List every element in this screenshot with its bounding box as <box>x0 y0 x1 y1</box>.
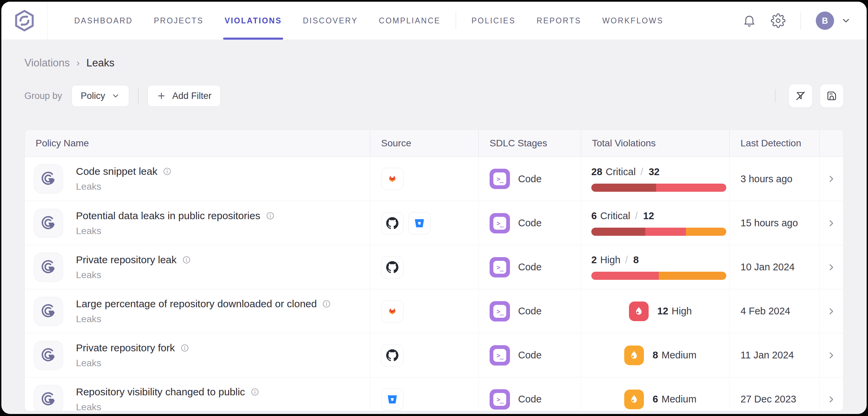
chevron-down-icon <box>111 91 120 100</box>
add-filter-label: Add Filter <box>172 91 212 101</box>
violation-separator: / <box>635 210 638 222</box>
violation-severity: High <box>600 254 620 266</box>
violation-total: 12 <box>643 210 654 222</box>
add-filter-button[interactable]: Add Filter <box>147 85 221 107</box>
stage-label: Code <box>518 394 541 405</box>
chevron-right-icon[interactable] <box>826 174 836 184</box>
stage-label: Code <box>518 173 541 185</box>
code-stage-icon: >_ <box>490 389 510 410</box>
col-actions <box>819 130 843 157</box>
table-row[interactable]: Large percentage of repository downloade… <box>25 289 843 333</box>
last-detection: 15 hours ago <box>729 201 819 245</box>
table-row[interactable]: Code snippet leak Leaks >_ <box>25 157 843 201</box>
nav-reports[interactable]: REPORTS <box>537 2 581 40</box>
chevron-right-icon[interactable] <box>826 350 836 360</box>
group-by-value: Policy <box>81 91 105 101</box>
policy-name: Large percentage of repository downloade… <box>76 298 317 310</box>
main-nav: DASHBOARD PROJECTS VIOLATIONS DISCOVERY … <box>64 2 674 40</box>
last-detection: 3 hours ago <box>729 157 819 201</box>
bell-icon[interactable] <box>742 14 756 28</box>
col-policy-name[interactable]: Policy Name <box>25 130 370 157</box>
chevron-right-icon[interactable] <box>826 218 836 228</box>
topbar-divider <box>801 12 801 29</box>
group-by-select[interactable]: Policy <box>72 85 129 107</box>
policy-name: Code snippet leak <box>76 166 157 177</box>
info-icon[interactable] <box>182 255 191 264</box>
nav-discovery[interactable]: DISCOVERY <box>303 2 358 40</box>
violations-bar <box>591 228 726 236</box>
violation-severity: High <box>672 306 692 317</box>
nav-dashboard[interactable]: DASHBOARD <box>74 2 133 40</box>
top-navigation-bar: DASHBOARD PROJECTS VIOLATIONS DISCOVERY … <box>1 2 867 40</box>
stage-label: Code <box>518 350 541 361</box>
policy-category: Leaks <box>76 181 172 192</box>
info-icon[interactable] <box>251 388 259 396</box>
chevron-right-icon[interactable] <box>826 262 836 272</box>
nav-workflows[interactable]: WORKFLOWS <box>602 2 663 40</box>
violation-severity: Critical <box>600 210 630 222</box>
violation-count: 12 <box>657 306 668 317</box>
code-stage-icon: >_ <box>490 301 510 321</box>
chevron-right-icon[interactable] <box>826 394 836 404</box>
col-last-detection[interactable]: Last Detection <box>729 130 819 157</box>
code-stage-icon: >_ <box>490 169 510 189</box>
nav-violations[interactable]: VIOLATIONS <box>224 2 282 40</box>
app-logo[interactable] <box>1 2 47 40</box>
stage-label: Code <box>518 306 541 317</box>
flame-icon <box>624 346 644 365</box>
last-detection: 11 Jan 2024 <box>729 333 819 377</box>
clear-filters-button[interactable] <box>789 84 812 108</box>
table-row[interactable]: Private repository leak Leaks >_ <box>25 245 843 289</box>
table-header: Policy Name Source SDLC Stages Total Vio… <box>25 130 843 157</box>
bitbucket-icon <box>408 212 431 234</box>
table-row[interactable]: Private repository fork Leaks >_ <box>25 333 843 377</box>
chevron-right-icon[interactable] <box>826 306 836 316</box>
last-detection: 10 Jan 2024 <box>729 245 819 289</box>
leak-policy-icon <box>34 209 63 238</box>
info-icon[interactable] <box>266 211 275 220</box>
code-stage-icon: >_ <box>490 257 510 277</box>
save-view-button[interactable] <box>820 84 844 108</box>
topbar-right: B <box>742 2 867 40</box>
account-menu[interactable]: B <box>816 12 851 30</box>
violation-count: 6 <box>653 394 658 405</box>
avatar[interactable]: B <box>816 12 834 30</box>
last-detection: 27 Dec 2023 <box>729 377 819 411</box>
bitbucket-icon <box>381 388 403 411</box>
leak-policy-icon <box>34 164 63 193</box>
violation-severity: Medium <box>662 394 696 405</box>
flame-icon <box>629 301 649 321</box>
violations-bar <box>591 184 726 192</box>
plus-icon <box>157 91 166 101</box>
breadcrumb-separator: › <box>77 58 80 68</box>
chevron-down-icon[interactable] <box>841 16 851 26</box>
save-icon <box>826 90 837 102</box>
policy-name: Private repository fork <box>76 342 175 354</box>
breadcrumb-violations[interactable]: Violations <box>24 57 70 69</box>
col-total-violations[interactable]: Total Violations <box>581 130 729 157</box>
policy-category: Leaks <box>76 402 259 412</box>
leak-policy-icon <box>34 385 63 412</box>
breadcrumb-leaks: Leaks <box>86 57 115 69</box>
col-sdlc-stages[interactable]: SDLC Stages <box>478 130 581 157</box>
gitlab-icon <box>381 168 403 190</box>
nav-compliance[interactable]: COMPLIANCE <box>379 2 440 40</box>
policy-category: Leaks <box>76 358 189 369</box>
info-icon[interactable] <box>163 167 172 176</box>
hexagon-logo-icon <box>13 9 36 32</box>
table-row[interactable]: Repository visibility changed to public … <box>25 377 843 411</box>
violation-total: 32 <box>649 166 659 178</box>
filter-toolbar: Group by Policy Add Filter <box>24 85 844 107</box>
table-row[interactable]: Potential data leaks in public repositor… <box>25 201 843 245</box>
info-icon[interactable] <box>322 299 331 308</box>
violation-count: 28 <box>591 166 602 178</box>
leak-policy-icon <box>34 341 63 370</box>
col-source[interactable]: Source <box>370 130 478 157</box>
violation-count: 2 <box>591 254 597 266</box>
stage-label: Code <box>518 217 541 229</box>
nav-policies[interactable]: POLICIES <box>471 2 515 40</box>
info-icon[interactable] <box>180 344 189 352</box>
gear-icon[interactable] <box>771 13 786 28</box>
nav-projects[interactable]: PROJECTS <box>154 2 204 40</box>
policy-category: Leaks <box>76 270 191 280</box>
